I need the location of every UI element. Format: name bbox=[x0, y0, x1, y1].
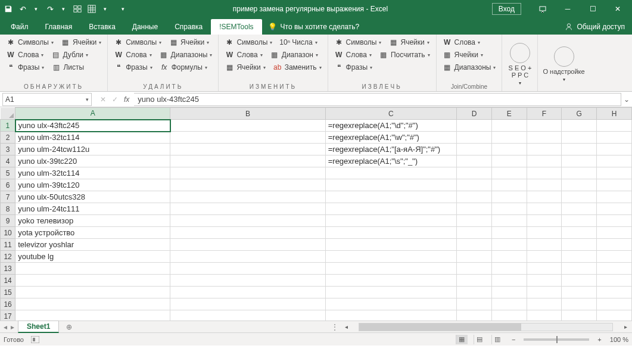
cell-A6[interactable]: yuno ulm-39tc120 bbox=[15, 179, 170, 191]
enter-icon[interactable]: ✓ bbox=[112, 95, 118, 104]
cell-E6[interactable] bbox=[491, 179, 527, 191]
cell-E4[interactable] bbox=[491, 155, 527, 167]
cell-A2[interactable]: yuno ulm-32tc114 bbox=[15, 132, 170, 144]
cell-D6[interactable] bbox=[457, 179, 492, 191]
close-button[interactable]: ✕ bbox=[606, 1, 630, 17]
cell-G13[interactable] bbox=[562, 263, 597, 275]
col-header-B[interactable]: B bbox=[170, 108, 325, 120]
tab-semtools[interactable]: !SEMTools bbox=[211, 19, 261, 35]
cell-E8[interactable] bbox=[491, 203, 527, 215]
cell-C14[interactable] bbox=[325, 275, 456, 287]
cell-F13[interactable] bbox=[527, 263, 562, 275]
cell-C8[interactable] bbox=[325, 203, 456, 215]
maximize-button[interactable]: ☐ bbox=[581, 1, 605, 17]
row-header-12[interactable]: 12 bbox=[1, 251, 15, 263]
cell-B17[interactable] bbox=[170, 310, 325, 321]
ribbon-options-icon[interactable] bbox=[531, 1, 555, 17]
zoom-slider[interactable] bbox=[524, 338, 589, 341]
seo-circle-icon[interactable] bbox=[510, 43, 530, 63]
login-button[interactable]: Вход bbox=[492, 3, 521, 15]
cell-B11[interactable] bbox=[170, 239, 325, 251]
del-phrases-btn[interactable]: ❝Фразы▾ bbox=[113, 62, 153, 73]
undo-dropdown-icon[interactable]: ▾ bbox=[30, 2, 42, 15]
del-cells-btn[interactable]: ▦Ячейки▾ bbox=[167, 37, 210, 48]
cell-C1[interactable]: =regexreplace(A1;"\d";"#") bbox=[325, 120, 456, 132]
cell-E15[interactable] bbox=[491, 287, 527, 298]
cell-A16[interactable] bbox=[15, 298, 170, 310]
cell-F9[interactable] bbox=[527, 215, 562, 227]
cell-G9[interactable] bbox=[562, 215, 597, 227]
cell-H10[interactable] bbox=[597, 227, 632, 239]
cell-B9[interactable] bbox=[170, 215, 325, 227]
cell-B3[interactable] bbox=[170, 144, 325, 155]
chg-range-btn[interactable]: ▦Диапазон▾ bbox=[269, 49, 319, 60]
cell-A3[interactable]: yuno ulm-24tcw112u bbox=[15, 144, 170, 155]
cell-H12[interactable] bbox=[597, 251, 632, 263]
cell-F10[interactable] bbox=[527, 227, 562, 239]
row-header-10[interactable]: 10 bbox=[1, 227, 15, 239]
chg-numbers-btn[interactable]: 10ⁿ Числа▾ bbox=[278, 38, 318, 47]
cell-C15[interactable] bbox=[325, 287, 456, 298]
cell-D8[interactable] bbox=[457, 203, 492, 215]
cell-C3[interactable]: =regexreplace(A1;"[а-яА-Я]";"#") bbox=[325, 144, 456, 155]
row-header-3[interactable]: 3 bbox=[1, 144, 15, 155]
cell-G12[interactable] bbox=[562, 251, 597, 263]
row-header-8[interactable]: 8 bbox=[1, 203, 15, 215]
cell-F11[interactable] bbox=[527, 239, 562, 251]
h-scroll-thumb[interactable] bbox=[359, 323, 521, 331]
select-all-button[interactable] bbox=[1, 108, 15, 120]
ext-count-btn[interactable]: ▦Посчитать▾ bbox=[378, 49, 431, 60]
fx-icon[interactable]: fx bbox=[124, 95, 129, 104]
cell-G17[interactable] bbox=[562, 310, 597, 321]
row-header-17[interactable]: 17 bbox=[1, 310, 15, 321]
col-header-C[interactable]: C bbox=[325, 108, 456, 120]
chg-symbols-btn[interactable]: ✱Символы▾ bbox=[223, 37, 273, 48]
cell-F15[interactable] bbox=[527, 287, 562, 298]
qat-btn-2[interactable] bbox=[86, 2, 98, 15]
cell-E2[interactable] bbox=[491, 132, 527, 144]
cell-B10[interactable] bbox=[170, 227, 325, 239]
sheet-prev-icon[interactable]: ◂ bbox=[4, 323, 7, 331]
tab-file[interactable]: Файл bbox=[2, 19, 37, 35]
cell-E13[interactable] bbox=[491, 263, 527, 275]
find-phrases-btn[interactable]: ❝Фразы▾ bbox=[5, 62, 45, 73]
cell-G6[interactable] bbox=[562, 179, 597, 191]
ext-cells-btn[interactable]: ▦Ячейки▾ bbox=[387, 37, 430, 48]
cell-C17[interactable] bbox=[325, 310, 456, 321]
cell-D1[interactable] bbox=[457, 120, 492, 132]
cell-A8[interactable]: yuno ulm-24tc111 bbox=[15, 203, 170, 215]
cell-H15[interactable] bbox=[597, 287, 632, 298]
cell-D2[interactable] bbox=[457, 132, 492, 144]
cell-E9[interactable] bbox=[491, 215, 527, 227]
cell-G14[interactable] bbox=[562, 275, 597, 287]
cell-H3[interactable] bbox=[597, 144, 632, 155]
cell-E5[interactable] bbox=[491, 167, 527, 179]
cell-H7[interactable] bbox=[597, 191, 632, 203]
scroll-grip-icon[interactable]: ⋮ bbox=[331, 323, 338, 331]
col-header-G[interactable]: G bbox=[562, 108, 597, 120]
cell-A12[interactable]: youtube lg bbox=[15, 251, 170, 263]
cell-D7[interactable] bbox=[457, 191, 492, 203]
cell-G3[interactable] bbox=[562, 144, 597, 155]
cell-F8[interactable] bbox=[527, 203, 562, 215]
row-header-7[interactable]: 7 bbox=[1, 191, 15, 203]
col-header-D[interactable]: D bbox=[457, 108, 492, 120]
del-symbols-btn[interactable]: ✱Символы▾ bbox=[113, 37, 163, 48]
name-box[interactable]: A1 ▾ bbox=[2, 93, 92, 106]
spreadsheet-grid[interactable]: ABCDEFGH1yuno ulx-43ftc245=regexreplace(… bbox=[0, 107, 632, 321]
cell-D5[interactable] bbox=[457, 167, 492, 179]
cell-A5[interactable]: yuno ulm-32tc114 bbox=[15, 167, 170, 179]
cell-H6[interactable] bbox=[597, 179, 632, 191]
cell-B6[interactable] bbox=[170, 179, 325, 191]
del-formulas-btn[interactable]: fxФормулы▾ bbox=[158, 62, 208, 73]
cell-H1[interactable] bbox=[597, 120, 632, 132]
cell-C10[interactable] bbox=[325, 227, 456, 239]
row-header-14[interactable]: 14 bbox=[1, 275, 15, 287]
cell-A1[interactable]: yuno ulx-43ftc245 bbox=[15, 120, 170, 132]
cell-H2[interactable] bbox=[597, 132, 632, 144]
minimize-button[interactable]: ─ bbox=[556, 1, 580, 17]
cell-C11[interactable] bbox=[325, 239, 456, 251]
row-header-11[interactable]: 11 bbox=[1, 239, 15, 251]
h-scroll-track[interactable] bbox=[359, 323, 613, 331]
save-icon[interactable] bbox=[2, 2, 14, 15]
